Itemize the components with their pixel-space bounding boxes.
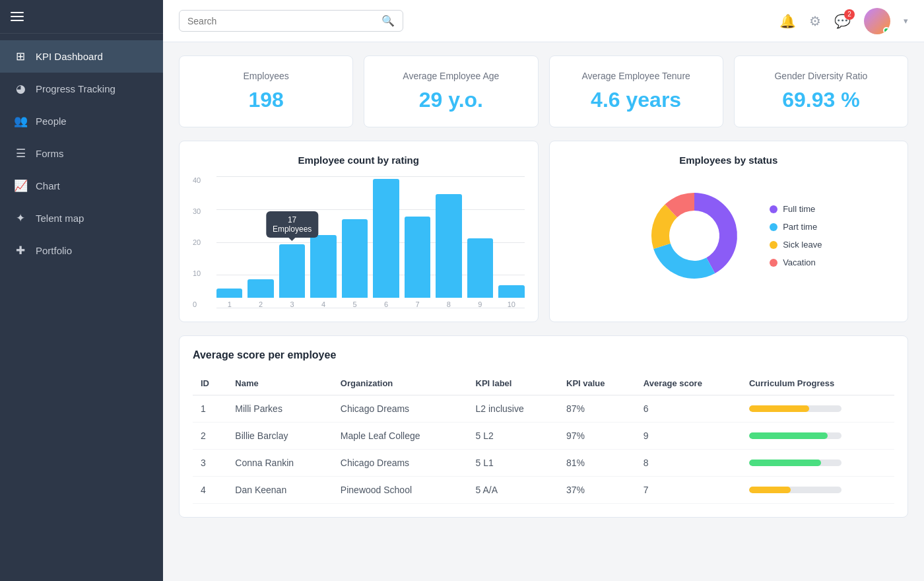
nav-label-forms: Forms bbox=[36, 148, 64, 159]
nav-label-talent-map: Telent map bbox=[36, 213, 84, 224]
bar-x-label: 5 bbox=[352, 300, 356, 308]
bar-2[interactable]: 17Employees bbox=[279, 244, 305, 298]
nav-icon-people: 👥 bbox=[13, 114, 28, 128]
table-cell-2-3: 5 L1 bbox=[468, 450, 558, 477]
table-body: 1Milli ParkesChicago DreamsL2 inclusive8… bbox=[193, 395, 894, 504]
nav-label-portfolio: Portfolio bbox=[36, 245, 72, 256]
messages-icon[interactable]: 💬 2 bbox=[834, 13, 851, 29]
table-cell-3-1: Dan Keenan bbox=[227, 477, 333, 504]
progress-bar-wrap bbox=[749, 487, 842, 493]
settings-icon[interactable]: ⚙ bbox=[809, 13, 821, 29]
bar-group-8[interactable]: 9 bbox=[467, 238, 493, 308]
avatar[interactable] bbox=[864, 8, 890, 34]
bar-x-label: 7 bbox=[415, 300, 419, 308]
legend-item-3: Vacation bbox=[770, 257, 822, 267]
kpi-card-2: Average Employee Tenure 4.6 years bbox=[549, 55, 723, 127]
bar-x-label: 10 bbox=[508, 300, 515, 308]
bar-group-5[interactable]: 6 bbox=[373, 179, 399, 309]
kpi-label-0: Employees bbox=[193, 71, 339, 81]
table-header-0: ID bbox=[193, 372, 227, 395]
table-cell-progress-3 bbox=[741, 477, 894, 504]
bar-8[interactable] bbox=[467, 238, 493, 298]
progress-bar-fill bbox=[749, 487, 791, 493]
search-icon: 🔍 bbox=[381, 15, 395, 27]
tooltip-label: Employees bbox=[273, 224, 312, 234]
table-cell-0-4: 87% bbox=[558, 395, 636, 423]
search-box[interactable]: 🔍 bbox=[179, 10, 403, 32]
charts-row: Employee count by rating 010203040 1217E… bbox=[179, 141, 908, 322]
bar-x-label: 1 bbox=[228, 300, 232, 308]
sidebar-item-chart[interactable]: 📈 Chart bbox=[0, 170, 163, 202]
donut-legend: Full time Part time Sick leave Vacation bbox=[770, 204, 822, 267]
search-input[interactable] bbox=[187, 16, 376, 26]
content-area: Employees 198 Average Employee Age 29 y.… bbox=[163, 42, 924, 581]
bar-group-2[interactable]: 17Employees3 bbox=[279, 244, 305, 308]
bar-0[interactable] bbox=[216, 289, 242, 298]
main-area: 🔍 🔔 ⚙ 💬 2 ▾ Employees 198 Average Employ… bbox=[163, 0, 924, 581]
kpi-label-3: Gender Diversity Ratio bbox=[748, 71, 894, 81]
bar-3[interactable] bbox=[310, 235, 336, 298]
sidebar-item-people[interactable]: 👥 People bbox=[0, 105, 163, 137]
nav-label-kpi-dashboard: KPI Dashboard bbox=[36, 51, 103, 62]
kpi-card-1: Average Employee Age 29 y.o. bbox=[364, 55, 538, 127]
grid-line bbox=[216, 209, 525, 210]
table-row: 1Milli ParkesChicago DreamsL2 inclusive8… bbox=[193, 395, 894, 423]
table-row: 4Dan KeenanPinewood School5 A/A37%7 bbox=[193, 477, 894, 504]
donut-wrap: Full time Part time Sick leave Vacation bbox=[563, 176, 895, 295]
legend-item-1: Part time bbox=[770, 222, 822, 232]
avatar-online-dot bbox=[883, 27, 890, 34]
bar-group-9[interactable]: 10 bbox=[498, 285, 524, 308]
kpi-value-3: 69.93 % bbox=[748, 88, 894, 112]
sidebar-item-portfolio[interactable]: ✚ Portfolio bbox=[0, 234, 163, 267]
table-cell-0-5: 6 bbox=[636, 395, 741, 423]
table-cell-progress-1 bbox=[741, 423, 894, 450]
kpi-card-3: Gender Diversity Ratio 69.93 % bbox=[734, 55, 908, 127]
progress-bar-wrap bbox=[749, 460, 842, 466]
table-cell-3-2: Pinewood School bbox=[333, 477, 468, 504]
bar-4[interactable] bbox=[342, 219, 368, 298]
donut-chart-title: Employees by status bbox=[563, 154, 895, 166]
bar-chart-area: 010203040 1217Employees345678910 bbox=[193, 176, 525, 308]
bar-group-3[interactable]: 4 bbox=[310, 235, 336, 308]
bar-y-label: 0 bbox=[193, 300, 201, 308]
table-cell-1-4: 97% bbox=[558, 423, 636, 450]
bar-7[interactable] bbox=[436, 194, 461, 298]
sidebar-item-forms[interactable]: ☰ Forms bbox=[0, 137, 163, 170]
bar-6[interactable] bbox=[405, 217, 430, 298]
bar-group-6[interactable]: 7 bbox=[405, 217, 430, 309]
bar-group-4[interactable]: 5 bbox=[342, 219, 368, 308]
bar-group-1[interactable]: 2 bbox=[248, 279, 273, 309]
sidebar-nav: ⊞ KPI Dashboard ◕ Progress Tracking 👥 Pe… bbox=[0, 34, 163, 581]
progress-bar-wrap bbox=[749, 405, 842, 412]
notification-icon[interactable]: 🔔 bbox=[779, 13, 796, 29]
progress-bar-fill bbox=[749, 405, 809, 412]
bar-group-0[interactable]: 1 bbox=[216, 289, 242, 308]
bar-5[interactable] bbox=[373, 179, 399, 298]
donut-svg bbox=[635, 176, 754, 295]
table-cell-0-3: L2 inclusive bbox=[468, 395, 558, 423]
legend-dot-0 bbox=[770, 205, 777, 213]
sidebar-item-progress-tracking[interactable]: ◕ Progress Tracking bbox=[0, 73, 163, 105]
sidebar-item-kpi-dashboard[interactable]: ⊞ KPI Dashboard bbox=[0, 40, 163, 73]
table-cell-2-4: 81% bbox=[558, 450, 636, 477]
donut-chart-card: Employees by status Full time Part time … bbox=[549, 141, 909, 322]
bar-1[interactable] bbox=[248, 279, 273, 298]
table-head: IDNameOrganizationKPI labelKPI valueAver… bbox=[193, 372, 894, 395]
bar-group-7[interactable]: 8 bbox=[436, 194, 461, 308]
bar-x-label: 6 bbox=[384, 300, 388, 308]
topbar: 🔍 🔔 ⚙ 💬 2 ▾ bbox=[163, 0, 924, 42]
avatar-chevron[interactable]: ▾ bbox=[904, 16, 908, 26]
hamburger-icon[interactable] bbox=[11, 12, 24, 21]
bar-9[interactable] bbox=[498, 285, 524, 298]
legend-label-1: Part time bbox=[783, 222, 817, 232]
table-cell-progress-2 bbox=[741, 450, 894, 477]
kpi-value-0: 198 bbox=[193, 88, 339, 112]
kpi-card-0: Employees 198 bbox=[179, 55, 353, 127]
kpi-label-2: Average Employee Tenure bbox=[563, 71, 710, 81]
legend-dot-3 bbox=[770, 259, 777, 267]
table-cell-2-1: Conna Rankin bbox=[227, 450, 333, 477]
table-card: Average score per employee IDNameOrganiz… bbox=[179, 335, 908, 518]
legend-label-3: Vacation bbox=[783, 257, 816, 267]
sidebar-item-talent-map[interactable]: ✦ Telent map bbox=[0, 202, 163, 234]
bar-x-label: 3 bbox=[290, 300, 294, 308]
